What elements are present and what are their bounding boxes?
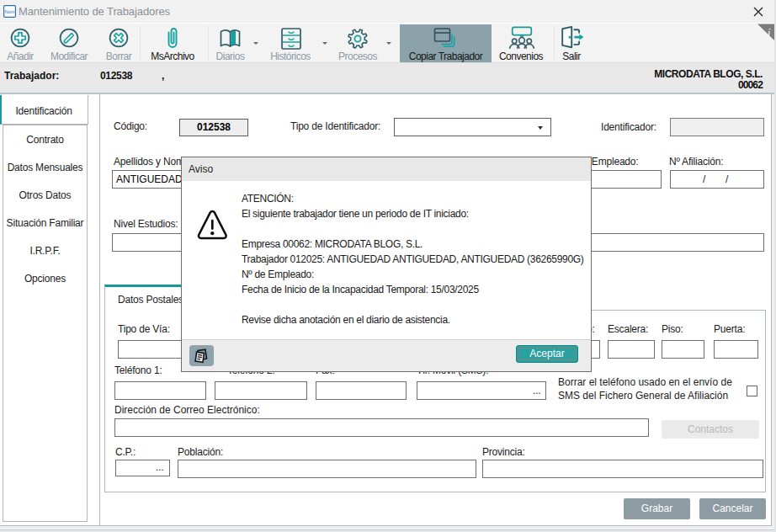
svg-text:Nom: Nom xyxy=(5,9,15,14)
svg-text:i: i xyxy=(767,26,770,40)
